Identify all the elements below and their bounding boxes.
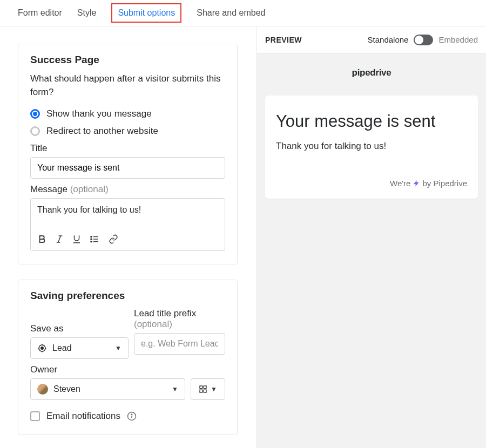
svg-point-9 <box>91 241 92 242</box>
bolt-icon <box>413 180 420 187</box>
save-as-label: Save as <box>30 308 129 334</box>
tab-share-embed[interactable]: Share and embed <box>197 8 265 18</box>
grid-icon <box>199 385 207 393</box>
svg-point-7 <box>91 236 92 237</box>
radio-label: Redirect to another website <box>46 126 158 137</box>
saving-preferences-heading: Saving preferences <box>30 290 225 302</box>
svg-point-22 <box>131 414 132 415</box>
top-tabs: Form editor Style Submit options Share a… <box>0 0 486 26</box>
save-as-value: Lead <box>52 343 72 353</box>
owner-label: Owner <box>30 364 225 375</box>
owner-select[interactable]: Steven ▼ <box>30 378 185 400</box>
message-label: Message (optional) <box>30 184 225 195</box>
radio-show-thankyou[interactable]: Show thank you message <box>30 108 225 119</box>
preview-message-title: Your message is sent <box>276 112 467 131</box>
success-page-card: Success Page What should happen after a … <box>18 44 238 264</box>
radio-redirect[interactable]: Redirect to another website <box>30 126 225 137</box>
preview-header: PREVIEW Standalone Embedded <box>257 26 486 53</box>
list-icon[interactable] <box>89 234 100 244</box>
standalone-label: Standalone <box>368 35 409 44</box>
title-label: Title <box>30 143 225 154</box>
visibility-button[interactable]: ▼ <box>191 378 225 400</box>
settings-panel: Success Page What should happen after a … <box>0 26 257 448</box>
svg-rect-18 <box>200 390 202 393</box>
chevron-down-icon: ▼ <box>172 385 178 393</box>
preview-message-body: Thank you for talking to us! <box>276 141 467 152</box>
svg-rect-17 <box>204 386 206 389</box>
radio-icon <box>30 126 40 136</box>
underline-icon[interactable] <box>72 234 82 244</box>
message-editor[interactable]: Thank you for talking to us! <box>30 198 225 251</box>
preview-logo: pipedrive <box>265 67 478 78</box>
embedded-label: Embedded <box>438 35 478 44</box>
preview-footer: We're by Pipedrive <box>276 179 467 188</box>
radio-label: Show thank you message <box>46 108 152 119</box>
info-icon[interactable] <box>127 411 137 421</box>
owner-value: Steven <box>53 384 80 394</box>
tab-style[interactable]: Style <box>77 8 97 18</box>
title-input[interactable] <box>30 157 225 179</box>
preview-card: Your message is sent Thank you for talki… <box>265 96 478 199</box>
message-text[interactable]: Thank you for talking to us! <box>37 205 218 215</box>
svg-line-2 <box>58 236 61 242</box>
avatar <box>37 384 48 395</box>
success-page-heading: Success Page <box>30 54 225 66</box>
email-notifications-checkbox[interactable]: Email notifications <box>30 411 225 422</box>
svg-rect-19 <box>204 390 206 393</box>
link-icon[interactable] <box>107 234 119 244</box>
tab-form-editor[interactable]: Form editor <box>18 8 62 18</box>
saving-preferences-card: Saving preferences Save as Lead ▼ Lead t… <box>18 280 238 435</box>
email-notifications-label: Email notifications <box>46 411 120 422</box>
svg-point-8 <box>91 239 92 240</box>
target-icon <box>37 343 47 353</box>
lead-prefix-label: Lead title prefix (optional) <box>134 308 225 330</box>
italic-icon[interactable] <box>55 234 64 244</box>
save-as-select[interactable]: Lead ▼ <box>30 337 129 359</box>
preview-title: PREVIEW <box>265 36 302 44</box>
lead-prefix-input[interactable] <box>134 333 225 355</box>
bold-icon[interactable] <box>37 234 47 244</box>
chevron-down-icon: ▼ <box>211 385 217 393</box>
chevron-down-icon: ▼ <box>115 344 122 352</box>
svg-rect-16 <box>200 386 202 389</box>
tab-submit-options[interactable]: Submit options <box>111 3 181 23</box>
preview-panel: PREVIEW Standalone Embedded pipedrive Yo… <box>257 26 486 448</box>
checkbox-icon <box>30 411 40 421</box>
rich-text-toolbar <box>37 234 218 244</box>
radio-icon <box>30 109 40 119</box>
preview-mode-toggle[interactable] <box>414 35 433 45</box>
svg-point-11 <box>41 347 44 350</box>
success-page-description: What should happen after a visitor submi… <box>30 72 225 99</box>
